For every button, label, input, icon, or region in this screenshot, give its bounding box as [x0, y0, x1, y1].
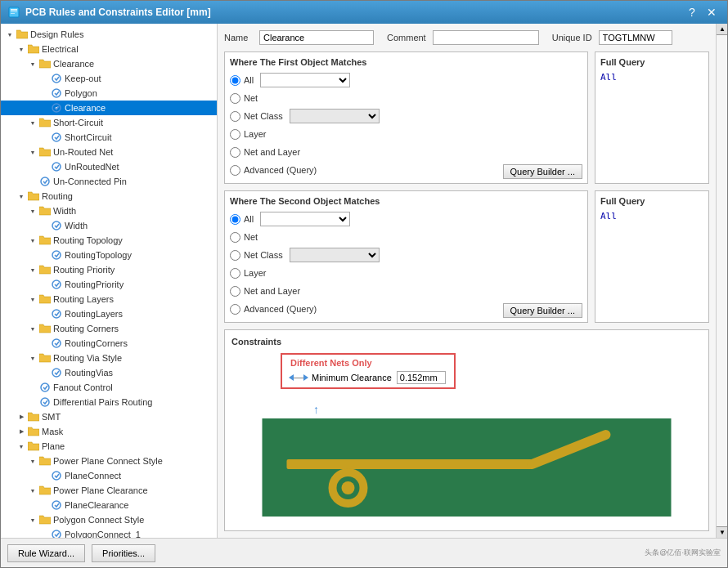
tree-toggle-plane[interactable] — [16, 441, 27, 452]
second-all-dropdown[interactable] — [260, 212, 350, 226]
name-input[interactable] — [259, 30, 374, 45]
tree-item-routingtopology[interactable]: RoutingTopology — [1, 248, 217, 262]
svg-point-18 — [52, 472, 61, 480]
tree-toggle-electrical[interactable] — [16, 43, 27, 55]
tree-toggle-un-routed-net[interactable] — [27, 146, 38, 158]
tree-item-un-connected-pin[interactable]: Un-Connected Pin — [1, 174, 217, 189]
scroll-down-btn[interactable]: ▼ — [717, 526, 727, 538]
tree-toggle-mask[interactable] — [16, 426, 27, 437]
tree-item-polygon[interactable]: Polygon — [1, 86, 217, 101]
tree-toggle-design-rules[interactable] — [4, 29, 16, 40]
second-full-query-box: Full Query All — [595, 190, 709, 323]
first-netclass-radio[interactable] — [230, 111, 240, 122]
second-netlayer-radio[interactable] — [230, 286, 240, 297]
priorities-btn[interactable]: Priorities... — [92, 544, 155, 562]
first-netlayer-radio[interactable] — [230, 147, 240, 158]
first-layer-radio[interactable] — [230, 129, 240, 140]
tree-item-smt[interactable]: SMT — [1, 409, 217, 424]
tree-item-width[interactable]: Width — [1, 203, 217, 218]
tree-item-routing-priority[interactable]: Routing Priority — [1, 262, 217, 277]
tree-item-routing[interactable]: Routing — [1, 189, 217, 203]
tree-label-clearance-item: Clearance — [65, 103, 106, 113]
tree-item-shortcircuit[interactable]: ShortCircuit — [1, 130, 217, 145]
svg-point-19 — [52, 501, 61, 509]
tree-item-planeclearance[interactable]: PlaneClearance — [1, 498, 217, 512]
tree-toggle-routing-topology[interactable] — [27, 235, 38, 246]
tree-item-electrical[interactable]: Electrical — [1, 42, 217, 56]
tree-label-power-plane-clearance: Power Plane Clearance — [53, 485, 148, 495]
tree-toggle-clearance-group[interactable] — [27, 58, 38, 69]
first-query-builder-btn[interactable]: Query Builder ... — [503, 164, 582, 179]
tree-icon-power-plane-clearance — [38, 484, 52, 497]
tree-item-polygonconnect1[interactable]: PolygonConnect_1 — [1, 527, 217, 538]
tree-item-clearance-group[interactable]: Clearance — [1, 56, 217, 71]
tree-item-routingvias[interactable]: RoutingVias — [1, 365, 217, 380]
min-clearance-label: Minimum Clearance — [312, 373, 392, 382]
tree-item-clearance-item[interactable]: Clearance — [1, 101, 217, 115]
tree-icon-polygonconnect1 — [50, 528, 63, 538]
tree-toggle-routing-priority[interactable] — [27, 264, 38, 275]
tree-item-design-rules[interactable]: Design Rules — [1, 27, 217, 42]
second-netclass-dropdown[interactable] — [290, 248, 380, 262]
first-all-row: All — [230, 72, 582, 88]
first-advanced-radio[interactable] — [230, 165, 240, 176]
scroll-up-btn[interactable]: ▲ — [717, 24, 727, 35]
second-all-radio[interactable] — [230, 214, 240, 225]
tree-item-fanout-control[interactable]: Fanout Control — [1, 380, 217, 395]
tree-toggle-routing-corners[interactable] — [27, 323, 38, 334]
tree-item-routingcorners[interactable]: RoutingCorners — [1, 336, 217, 351]
tree-item-unroutednet[interactable]: UnRoutedNet — [1, 159, 217, 174]
tree-item-un-routed-net[interactable]: Un-Routed Net — [1, 145, 217, 159]
tree-toggle-width[interactable] — [27, 205, 38, 217]
uid-input[interactable] — [599, 30, 672, 45]
help-button[interactable]: ? — [683, 5, 701, 20]
tree-item-keep-out[interactable]: Keep-out — [1, 71, 217, 86]
tree-label-routingpriority: RoutingPriority — [65, 280, 124, 289]
tree-item-routing-layers[interactable]: Routing Layers — [1, 292, 217, 306]
tree-toggle-power-plane-clearance[interactable] — [27, 485, 38, 496]
svg-point-14 — [52, 339, 61, 347]
close-button[interactable]: ✕ — [703, 5, 721, 20]
tree-toggle-routing[interactable] — [16, 190, 27, 202]
second-query-builder-btn[interactable]: Query Builder ... — [503, 303, 582, 318]
second-net-label: Net — [244, 232, 258, 242]
first-net-radio[interactable] — [230, 93, 240, 104]
second-netclass-row: Net Class — [230, 247, 582, 263]
tree-item-routingpriority[interactable]: RoutingPriority — [1, 277, 217, 292]
svg-rect-3 — [11, 13, 15, 14]
comment-input[interactable] — [433, 30, 539, 45]
tree-item-polygon-connect-style[interactable]: Polygon Connect Style — [1, 512, 217, 527]
titlebar-title: PCB Rules and Constraints Editor [mm] — [25, 7, 683, 18]
tree-item-width-item[interactable]: Width — [1, 218, 217, 233]
tree-toggle-short-circuit[interactable] — [27, 117, 38, 128]
tree-icon-smt — [27, 410, 40, 423]
second-layer-radio[interactable] — [230, 268, 240, 279]
tree-item-mask[interactable]: Mask — [1, 424, 217, 439]
tree-item-routinglayers[interactable]: RoutingLayers — [1, 306, 217, 321]
first-netclass-dropdown[interactable] — [290, 109, 380, 123]
tree-toggle-routing-layers[interactable] — [27, 293, 38, 305]
second-net-radio[interactable] — [230, 232, 240, 243]
rule-wizard-btn[interactable]: Rule Wizard... — [7, 544, 85, 562]
tree-item-short-circuit[interactable]: Short-Circuit — [1, 115, 217, 130]
tree-item-power-plane-connect[interactable]: Power Plane Connect Style — [1, 454, 217, 468]
first-all-dropdown[interactable] — [260, 73, 350, 87]
tree-item-planeconnect[interactable]: PlaneConnect — [1, 468, 217, 483]
tree-item-plane[interactable]: Plane — [1, 439, 217, 454]
right-scrollbar[interactable]: ▲ ▼ — [716, 24, 727, 538]
first-all-radio[interactable] — [230, 75, 240, 86]
tree-toggle-routing-via-style[interactable] — [27, 352, 38, 364]
tree-label-width-item: Width — [65, 221, 88, 230]
second-advanced-radio[interactable] — [230, 304, 240, 315]
tree-item-diff-pairs-routing[interactable]: Differential Pairs Routing — [1, 395, 217, 409]
tree-item-routing-corners[interactable]: Routing Corners — [1, 321, 217, 336]
tree-item-routing-topology[interactable]: Routing Topology — [1, 233, 217, 248]
tree-toggle-power-plane-connect[interactable] — [27, 455, 38, 467]
tree-item-routing-via-style[interactable]: Routing Via Style — [1, 351, 217, 365]
tree-toggle-smt[interactable] — [16, 411, 27, 423]
min-clearance-input[interactable] — [397, 371, 446, 384]
tree-item-power-plane-clearance[interactable]: Power Plane Clearance — [1, 483, 217, 498]
tree-toggle-polygon-connect-style[interactable] — [27, 514, 38, 526]
tree-icon-electrical — [27, 42, 40, 56]
second-netclass-radio[interactable] — [230, 250, 240, 261]
